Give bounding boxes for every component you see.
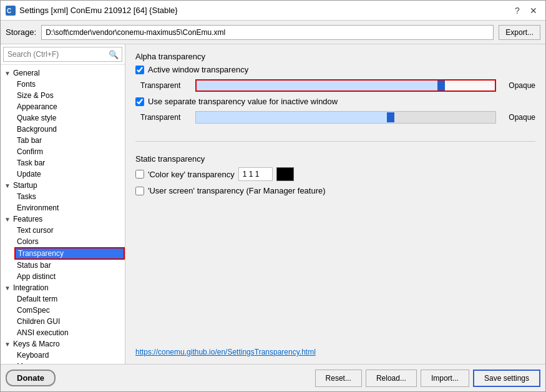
app-icon: C [6, 6, 16, 16]
inactive-window-label: Use separate transparency value for inac… [148, 97, 338, 106]
bottom-bar: Donate Reset... Reload... Import... Save… [1, 364, 545, 391]
main-content: 🔍 ▼ General Fonts Size & Pos Appearance … [1, 44, 545, 364]
search-input[interactable] [3, 47, 122, 62]
expand-integration-icon: ▼ [3, 285, 12, 292]
main-window: C Settings [xml] ConEmu 210912 [64] {Sta… [0, 0, 546, 392]
sidebar-item-keys-macro[interactable]: ▼ Keys & Macro [1, 338, 125, 350]
inactive-window-row: Use separate transparency value for inac… [135, 97, 535, 106]
slider1-fill [197, 81, 441, 91]
sidebar-children-features: Text cursor Colors Transparency Status b… [1, 225, 125, 282]
slider2-container [195, 111, 496, 124]
color-key-checkbox[interactable] [135, 170, 144, 179]
sidebar-item-quake-style[interactable]: Quake style [14, 112, 125, 124]
action-buttons: Reset... Reload... Import... Save settin… [315, 370, 540, 387]
expand-general-icon: ▼ [3, 70, 12, 77]
content-area: Alpha transparency Active window transpa… [125, 44, 545, 364]
import-button[interactable]: Import... [421, 370, 469, 387]
color-key-label: 'Color key' transparency [148, 170, 235, 179]
reload-button[interactable]: Reload... [366, 370, 417, 387]
sidebar-item-default-term[interactable]: Default term [14, 293, 125, 305]
sidebar-tree: ▼ General Fonts Size & Pos Appearance Qu… [1, 65, 125, 364]
sidebar-item-ansi-execution[interactable]: ANSI execution [14, 327, 125, 338]
help-button[interactable]: ? [510, 4, 524, 17]
sidebar-item-app-distinct[interactable]: App distinct [14, 271, 125, 282]
sidebar-item-general-label: General [13, 69, 40, 77]
static-transparency-section: Static transparency 'Color key' transpar… [135, 154, 535, 200]
slider2-track[interactable] [195, 111, 496, 124]
search-icon: 🔍 [109, 50, 119, 59]
sidebar-item-integration[interactable]: ▼ Integration [1, 282, 125, 293]
slider1-track[interactable] [195, 79, 496, 92]
user-screen-label: 'User screen' transparency (Far Manager … [148, 186, 326, 195]
color-key-value-input[interactable] [238, 167, 273, 181]
sidebar-item-background[interactable]: Background [14, 124, 125, 135]
svg-text:C: C [7, 7, 11, 14]
export-button[interactable]: Export... [499, 25, 540, 40]
close-button[interactable]: ✕ [527, 4, 540, 17]
color-key-row: 'Color key' transparency [135, 167, 535, 181]
inactive-window-checkbox[interactable] [135, 97, 144, 106]
active-window-checkbox[interactable] [135, 66, 144, 74]
sidebar-item-children-gui[interactable]: Children GUI [14, 316, 125, 327]
sidebar-item-size-pos[interactable]: Size & Pos [14, 90, 125, 101]
slider1-container [195, 79, 496, 92]
sidebar-item-fonts[interactable]: Fonts [14, 79, 125, 90]
user-screen-checkbox[interactable] [135, 187, 144, 195]
sidebar-item-task-bar[interactable]: Task bar [14, 157, 125, 169]
sidebar-item-startup[interactable]: ▼ Startup [1, 180, 125, 191]
sidebar-item-features[interactable]: ▼ Features [1, 213, 125, 225]
spacer [135, 208, 535, 340]
sidebar-item-general[interactable]: ▼ General [1, 67, 125, 79]
slider1-label: Transparent [140, 81, 190, 90]
slider2-label: Transparent [140, 113, 190, 122]
expand-keys-icon: ▼ [3, 341, 12, 348]
save-button[interactable]: Save settings [473, 370, 540, 387]
sidebar-item-colors[interactable]: Colors [14, 236, 125, 247]
sidebar-item-status-bar[interactable]: Status bar [14, 260, 125, 271]
sidebar-children-keys: Keyboard Mouse Mark/Copy [1, 350, 125, 364]
sidebar-item-keyboard[interactable]: Keyboard [14, 350, 125, 361]
sidebar-item-tasks[interactable]: Tasks [14, 191, 125, 202]
static-section-title: Static transparency [135, 154, 535, 164]
slider2-end-label: Opaque [501, 113, 535, 122]
slider2-thumb[interactable] [387, 112, 394, 122]
sidebar-item-text-cursor[interactable]: Text cursor [14, 225, 125, 236]
expand-features-icon: ▼ [3, 216, 12, 223]
slider1-thumb[interactable] [437, 81, 445, 91]
toolbar: Storage: Export... [1, 21, 545, 44]
title-bar: C Settings [xml] ConEmu 210912 [64] {Sta… [1, 1, 545, 21]
sidebar-item-update[interactable]: Update [14, 169, 125, 180]
alpha-section-title: Alpha transparency [135, 52, 535, 61]
sidebar-item-transparency[interactable]: Transparency [14, 247, 125, 260]
reset-button[interactable]: Reset... [315, 370, 362, 387]
storage-label: Storage: [6, 27, 36, 37]
color-key-swatch[interactable] [276, 167, 294, 181]
alpha-transparency-section: Alpha transparency Active window transpa… [135, 52, 535, 129]
section-divider [135, 141, 535, 142]
title-bar-controls: ? ✕ [510, 4, 540, 17]
sidebar-item-appearance[interactable]: Appearance [14, 101, 125, 112]
sidebar-item-comspec[interactable]: ComSpec [14, 305, 125, 316]
active-window-row: Active window transparency [135, 65, 535, 74]
search-box: 🔍 [1, 44, 125, 65]
slider1-row: Transparent Opaque [135, 79, 535, 92]
sidebar-item-environment[interactable]: Environment [14, 202, 125, 213]
help-link[interactable]: https://conemu.github.io/en/SettingsTran… [135, 348, 535, 356]
active-window-label: Active window transparency [148, 65, 248, 74]
expand-startup-icon: ▼ [3, 182, 12, 189]
slider1-end-label: Opaque [501, 81, 535, 90]
storage-path-input[interactable] [41, 25, 494, 40]
sidebar-children-startup: Tasks Environment [1, 191, 125, 213]
donate-button[interactable]: Donate [6, 370, 56, 386]
sidebar: 🔍 ▼ General Fonts Size & Pos Appearance … [1, 44, 125, 364]
slider2-row: Transparent Opaque [135, 111, 535, 124]
sidebar-children-general: Fonts Size & Pos Appearance Quake style … [1, 79, 125, 180]
title-bar-left: C Settings [xml] ConEmu 210912 [64] {Sta… [6, 6, 178, 16]
user-screen-row: 'User screen' transparency (Far Manager … [135, 186, 535, 195]
sidebar-item-tab-bar[interactable]: Tab bar [14, 135, 125, 146]
slider2-fill [196, 112, 391, 123]
sidebar-item-confirm[interactable]: Confirm [14, 146, 125, 157]
sidebar-children-integration: Default term ComSpec Children GUI ANSI e… [1, 293, 125, 338]
window-title: Settings [xml] ConEmu 210912 [64] {Stabl… [19, 6, 178, 15]
